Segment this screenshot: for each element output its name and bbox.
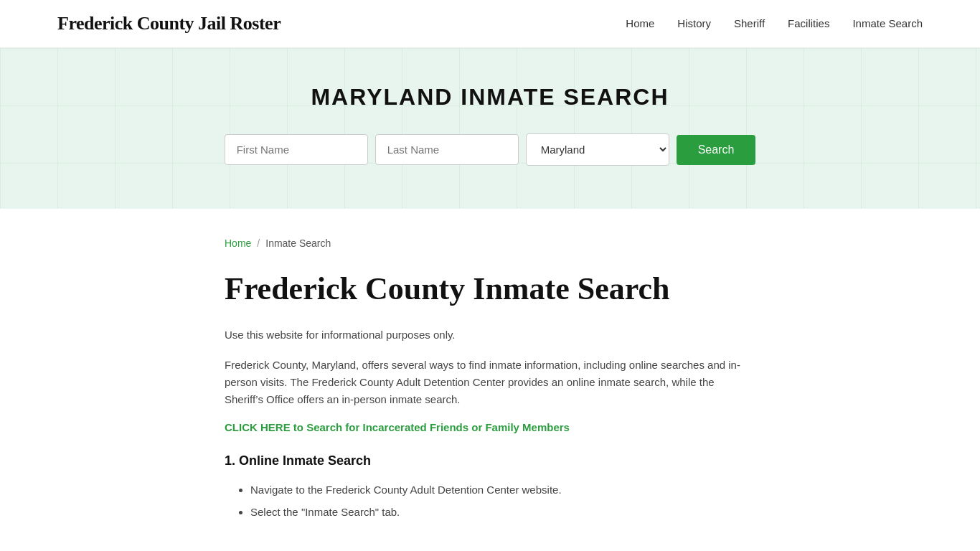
hero-banner: MARYLAND INMATE SEARCH MarylandAlabamaAl… xyxy=(0,48,980,209)
site-title: Frederick County Jail Roster xyxy=(57,13,281,34)
hero-title: MARYLAND INMATE SEARCH xyxy=(14,84,966,110)
site-header: Frederick County Jail Roster HomeHistory… xyxy=(0,0,980,48)
search-button[interactable]: Search xyxy=(677,135,756,165)
list-item: Select the "Inmate Search" tab. xyxy=(250,502,755,522)
main-content: Home / Inmate Search Frederick County In… xyxy=(167,209,813,551)
intro-paragraph-1: Use this website for informational purpo… xyxy=(225,326,755,344)
nav-link-inmate-search[interactable]: Inmate Search xyxy=(852,17,923,29)
section-1-heading: 1. Online Inmate Search xyxy=(225,453,755,468)
list-item: Navigate to the Frederick County Adult D… xyxy=(250,480,755,499)
page-title: Frederick County Inmate Search xyxy=(225,272,755,306)
main-nav: HomeHistorySheriffFacilitiesInmate Searc… xyxy=(626,17,923,30)
breadcrumb-current: Inmate Search xyxy=(265,237,331,249)
nav-link-sheriff[interactable]: Sheriff xyxy=(734,17,765,29)
nav-list: HomeHistorySheriffFacilitiesInmate Searc… xyxy=(626,17,923,30)
state-select[interactable]: MarylandAlabamaAlaskaArizonaArkansasCali… xyxy=(526,133,669,166)
nav-link-history[interactable]: History xyxy=(677,17,711,29)
breadcrumb: Home / Inmate Search xyxy=(225,237,755,249)
nav-link-facilities[interactable]: Facilities xyxy=(788,17,829,29)
intro-paragraph-2: Frederick County, Maryland, offers sever… xyxy=(225,357,755,408)
bullet-list: Navigate to the Frederick County Adult D… xyxy=(225,480,755,522)
breadcrumb-home-link[interactable]: Home xyxy=(225,237,251,249)
cta-link[interactable]: CLICK HERE to Search for Incarcerated Fr… xyxy=(225,421,570,433)
nav-link-home[interactable]: Home xyxy=(626,17,654,29)
search-form: MarylandAlabamaAlaskaArizonaArkansasCali… xyxy=(14,133,966,166)
last-name-input[interactable] xyxy=(375,134,519,165)
hero-content: MARYLAND INMATE SEARCH MarylandAlabamaAl… xyxy=(14,84,966,166)
breadcrumb-separator: / xyxy=(257,237,260,249)
first-name-input[interactable] xyxy=(225,134,368,165)
